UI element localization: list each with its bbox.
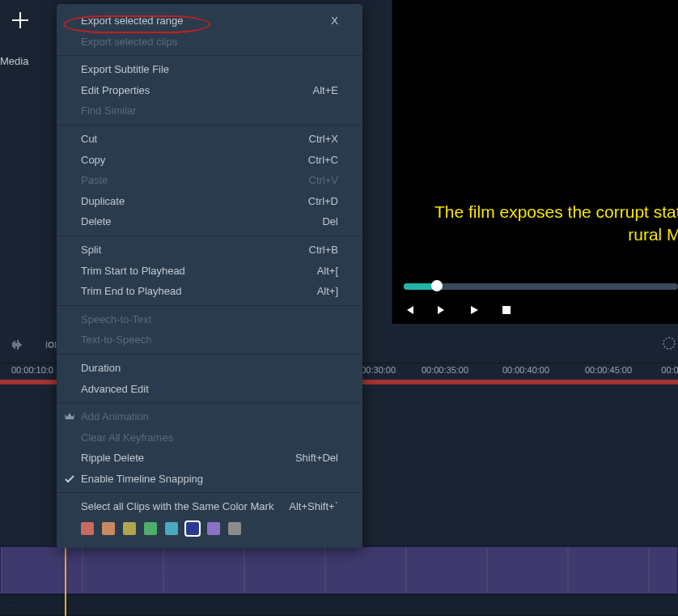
transport-controls [404, 304, 512, 316]
menu-item[interactable]: Trim End to PlayheadAlt+] [57, 281, 362, 302]
color-swatch[interactable] [144, 522, 157, 535]
svg-rect-0 [502, 306, 511, 314]
ruler-tick: 00:00:10:0 [11, 365, 53, 375]
menu-item-shortcut: Alt+[ [317, 265, 338, 278]
color-swatch[interactable] [165, 522, 178, 535]
audio-toolbar-icon[interactable] [8, 336, 26, 354]
menu-item-shortcut: Del [322, 215, 338, 228]
timeline-toolbar [8, 336, 60, 354]
seek-fill [404, 283, 434, 290]
track-row[interactable] [0, 546, 678, 595]
plus-icon [10, 10, 31, 31]
subtitle-line2: rural M [628, 225, 678, 244]
menu-item-label: Trim Start to Playhead [81, 265, 317, 278]
menu-item-label: Advanced Edit [81, 383, 338, 396]
menu-item-label: Trim End to Playhead [81, 285, 317, 298]
color-swatch[interactable] [123, 522, 136, 535]
menu-item-label: Split [81, 244, 309, 257]
menu-item: Text-to-Speech [57, 329, 362, 350]
track-row[interactable] [0, 595, 678, 616]
menu-item-label: Duration [81, 362, 338, 375]
menu-item-label: Edit Properties [81, 84, 313, 97]
media-tab-label[interactable]: Media [0, 55, 28, 67]
audio-clip[interactable] [0, 595, 678, 615]
settings-toolbar-icon[interactable] [662, 336, 676, 350]
menu-item-shortcut: Alt+Shift+` [289, 500, 338, 513]
seek-bar[interactable] [404, 283, 678, 290]
svg-point-2 [663, 338, 675, 349]
menu-item: Speech-to-Text [57, 309, 362, 330]
menu-item-label: Add Animation [81, 410, 338, 423]
subtitle-line1: The film exposes the corrupt stat [434, 202, 678, 221]
menu-item-shortcut: Ctrl+X [309, 133, 338, 146]
menu-item-label: Text-to-Speech [81, 333, 338, 346]
menu-item-label: Export selected range [81, 15, 331, 28]
color-swatch[interactable] [81, 522, 94, 535]
menu-item[interactable]: DuplicateCtrl+D [57, 191, 362, 212]
menu-item-label: Ripple Delete [81, 452, 295, 465]
menu-item: PasteCtrl+V [57, 170, 362, 191]
next-frame-button[interactable] [436, 304, 447, 316]
menu-item-shortcut: Shift+Del [295, 452, 338, 465]
menu-item-shortcut: Ctrl+D [308, 195, 338, 208]
menu-item-label: Delete [81, 215, 322, 228]
menu-item-shortcut: Alt+] [317, 285, 338, 298]
ruler-tick: 00:0 [661, 365, 678, 375]
ruler-tick: 00:00:45:00 [585, 365, 632, 375]
menu-item-label: Find Similar [81, 104, 338, 117]
menu-item-shortcut: Ctrl+V [309, 174, 338, 187]
menu-item-label: Paste [81, 174, 309, 187]
menu-item: Add Animation [57, 406, 362, 427]
menu-item-label: Export Subtitle File [81, 63, 338, 76]
gear-icon [662, 336, 676, 350]
menu-item[interactable]: Trim Start to PlayheadAlt+[ [57, 261, 362, 282]
color-swatch[interactable] [207, 522, 220, 535]
svg-point-1 [49, 342, 53, 347]
menu-item[interactable]: Advanced Edit [57, 379, 362, 400]
menu-item[interactable]: Enable Timeline Snapping [57, 469, 362, 490]
menu-item: Export selected clips [57, 32, 362, 53]
menu-item-shortcut: Ctrl+C [308, 154, 338, 167]
menu-item: Clear All Keyframes [57, 427, 362, 448]
crown-icon [63, 410, 76, 423]
menu-item[interactable]: SplitCtrl+B [57, 240, 362, 261]
menu-item-label: Speech-to-Text [81, 313, 338, 326]
subtitle-overlay: The film exposes the corrupt stat rural … [434, 201, 678, 247]
waveform-icon [10, 338, 24, 352]
play-button[interactable] [468, 304, 480, 316]
menu-item[interactable]: Export Subtitle File [57, 59, 362, 80]
preview-panel: The film exposes the corrupt stat rural … [392, 0, 678, 324]
color-swatch[interactable] [228, 522, 241, 535]
menu-item[interactable]: Edit PropertiesAlt+E [57, 80, 362, 101]
ruler-tick: 00:00:40:00 [502, 365, 549, 375]
context-menu: Export selected rangeXExport selected cl… [57, 4, 362, 548]
menu-item[interactable]: CopyCtrl+C [57, 150, 362, 171]
menu-item-label: Enable Timeline Snapping [81, 473, 338, 486]
check-icon [63, 473, 76, 486]
stop-button[interactable] [501, 304, 512, 316]
prev-frame-button[interactable] [404, 304, 415, 316]
menu-item-label: Select all Clips with the Same Color Mar… [81, 500, 289, 513]
ruler-tick: 00:00:35:00 [422, 365, 468, 375]
menu-item[interactable]: CutCtrl+X [57, 129, 362, 150]
menu-item-shortcut: Ctrl+B [309, 244, 338, 257]
menu-item-label: Cut [81, 133, 309, 146]
menu-item[interactable]: Ripple DeleteShift+Del [57, 448, 362, 469]
menu-item[interactable]: Export selected rangeX [57, 11, 362, 32]
menu-item-shortcut: Alt+E [313, 84, 338, 97]
menu-item: Find Similar [57, 100, 362, 121]
add-button[interactable] [6, 6, 34, 34]
color-swatches [57, 517, 362, 535]
subtitle-clip[interactable] [0, 546, 678, 594]
seek-knob[interactable] [431, 280, 443, 291]
menu-item[interactable]: Duration [57, 358, 362, 379]
color-swatch[interactable] [186, 522, 199, 535]
menu-item-shortcut: X [331, 15, 338, 28]
color-swatch[interactable] [102, 522, 115, 535]
menu-item[interactable]: DeleteDel [57, 211, 362, 232]
menu-item-label: Export selected clips [81, 36, 338, 49]
menu-item-label: Duplicate [81, 195, 308, 208]
menu-item[interactable]: Select all Clips with the Same Color Mar… [57, 496, 362, 517]
menu-item-label: Clear All Keyframes [81, 431, 338, 444]
menu-item-label: Copy [81, 154, 308, 167]
